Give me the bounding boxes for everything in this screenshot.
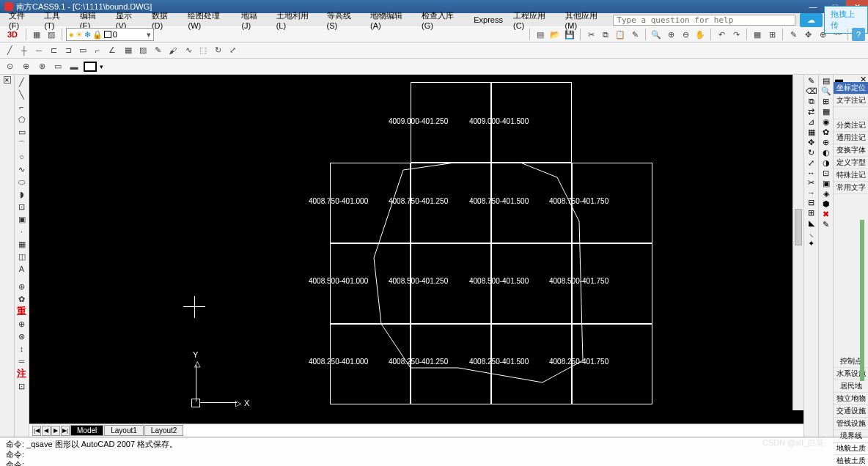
tab-layout1[interactable]: Layout1: [104, 425, 144, 436]
cut-icon[interactable]: ✂: [584, 28, 597, 41]
tab-layout2[interactable]: Layout2: [144, 425, 184, 436]
select-icon[interactable]: ⬚: [196, 44, 210, 57]
vertical-scrollbar[interactable]: [792, 75, 803, 410]
rt-join-icon[interactable]: ⊞: [808, 208, 814, 218]
tab-model[interactable]: Model: [70, 425, 103, 436]
rt2-4-icon[interactable]: ◉: [823, 117, 830, 127]
zoom-window-icon[interactable]: ⊕: [664, 28, 677, 41]
tab-nav-first[interactable]: |◀: [32, 426, 41, 436]
rt2-8-icon[interactable]: ◑: [823, 158, 830, 168]
rt-pencil-icon[interactable]: ✎: [808, 76, 814, 86]
menu-contour[interactable]: 等高线(S): [323, 10, 365, 31]
rp2-vegetation[interactable]: 植被土质: [834, 455, 868, 466]
layer-tool-1-icon[interactable]: ▦: [30, 28, 43, 41]
draw-xline-icon[interactable]: ╲: [16, 89, 28, 100]
rt2-7-icon[interactable]: ◐: [823, 148, 830, 158]
rt2-search-icon[interactable]: 🔍: [821, 86, 831, 96]
rect-icon[interactable]: ▭: [76, 44, 89, 57]
mod-2-icon[interactable]: ✿: [16, 293, 28, 305]
line-style-icon[interactable]: 〰: [831, 28, 844, 41]
draw-rect-icon[interactable]: ▭: [16, 126, 28, 138]
open-icon[interactable]: 📂: [548, 28, 562, 41]
pt2-icon[interactable]: ⊕: [19, 60, 32, 73]
polyline-icon[interactable]: ⌐: [91, 44, 104, 57]
menu-feature-edit[interactable]: 地物编辑(A): [366, 10, 416, 31]
panel-close-icon[interactable]: ✕: [860, 75, 867, 82]
match-icon[interactable]: ✎: [628, 28, 641, 41]
region-icon[interactable]: ▨: [136, 44, 150, 57]
pt1-icon[interactable]: ⊙: [3, 60, 16, 73]
tab-nav-prev[interactable]: ◀: [42, 426, 51, 436]
layer-tool-2-icon[interactable]: ▨: [45, 28, 58, 41]
scale-icon[interactable]: ⤢: [226, 44, 239, 57]
grid-icon[interactable]: ⊞: [765, 28, 779, 41]
rt-offset-icon[interactable]: ⊿: [808, 117, 814, 127]
draw-ellipse-icon[interactable]: ⬭: [16, 176, 28, 188]
pan-icon[interactable]: ✋: [694, 28, 707, 41]
brush-icon[interactable]: ✎: [151, 44, 164, 57]
rt-mirror-icon[interactable]: ⇄: [808, 107, 814, 116]
rp-class-annot[interactable]: 分类注记: [834, 119, 868, 132]
draw-point-icon[interactable]: ·: [16, 226, 28, 237]
hatch-icon[interactable]: ▦: [122, 44, 135, 57]
panel-min-icon[interactable]: ▬: [835, 75, 843, 82]
draw-line-icon[interactable]: ╱: [16, 76, 28, 88]
mod-3-icon[interactable]: ⊕: [16, 318, 28, 330]
zoom-realtime-icon[interactable]: 🔍: [650, 28, 663, 41]
rp2-pipeline[interactable]: 管线设施: [834, 418, 868, 430]
rp2-terrain[interactable]: 地貌土质: [834, 443, 868, 455]
mod-6-icon[interactable]: ═: [16, 355, 28, 367]
draw-insert-icon[interactable]: ⊡: [16, 201, 28, 212]
rotate-icon[interactable]: ↻: [211, 44, 224, 57]
rt2-11-icon[interactable]: ◈: [823, 189, 829, 199]
draw-hatch-icon[interactable]: ▦: [16, 238, 28, 250]
palette-close-icon[interactable]: ✕: [4, 76, 11, 84]
rt2-10-icon[interactable]: ▣: [823, 179, 830, 188]
rt-explode-icon[interactable]: ✦: [808, 239, 814, 248]
menu-landuse[interactable]: 土地利用(L): [272, 10, 321, 31]
rp2-boundary[interactable]: 境界线: [834, 430, 868, 443]
table-icon[interactable]: ▦: [751, 28, 764, 41]
rp-text-annot[interactable]: 文字注记: [834, 95, 868, 107]
pt3-icon[interactable]: ⊗: [35, 60, 48, 73]
save-icon[interactable]: 💾: [563, 28, 576, 41]
new-icon[interactable]: ▤: [534, 28, 547, 41]
rt-copy-icon[interactable]: ⧉: [809, 97, 814, 106]
color-swatch[interactable]: [84, 62, 97, 72]
draw-spline-icon[interactable]: ∿: [16, 163, 28, 175]
command-window[interactable]: 命令: _qsave 图形以 AutoCAD 2007 格式保存。 命令: 命令…: [0, 437, 868, 466]
rp-coord-locate[interactable]: 坐标定位: [834, 82, 868, 95]
draw-text-icon[interactable]: A: [16, 263, 28, 275]
rt-stretch-icon[interactable]: ↔: [807, 169, 815, 177]
paste-icon[interactable]: 📋: [614, 28, 627, 41]
xline-icon[interactable]: ┼: [18, 44, 31, 57]
paint-icon[interactable]: 🖌: [166, 44, 179, 57]
3d-button[interactable]: 3D: [3, 28, 22, 41]
rp-blank[interactable]: [834, 107, 868, 119]
rp2-independent[interactable]: 独立地物: [834, 393, 868, 405]
rt2-2-icon[interactable]: ⊞: [823, 97, 829, 106]
edit-icon[interactable]: ✎: [787, 28, 800, 41]
bracket2-icon[interactable]: ⊐: [62, 44, 75, 57]
undo-icon[interactable]: ↶: [715, 28, 728, 41]
mod-red1-icon[interactable]: 重: [16, 306, 28, 317]
spline-icon[interactable]: ∿: [182, 44, 195, 57]
rt-extend-icon[interactable]: →: [807, 188, 815, 197]
draw-block-icon[interactable]: ▣: [16, 213, 28, 225]
redo-icon[interactable]: ↷: [729, 28, 743, 41]
tab-nav-next[interactable]: ▶: [51, 426, 60, 436]
rt-array-icon[interactable]: ▦: [808, 127, 815, 137]
rt2-close-icon[interactable]: ✖: [823, 210, 829, 219]
draw-pline-icon[interactable]: ⌐: [16, 101, 28, 113]
draw-arc-icon[interactable]: ⌒: [16, 138, 28, 150]
rt-move-icon[interactable]: ✥: [808, 138, 814, 147]
rp-define-style[interactable]: 定义字型: [834, 157, 868, 169]
rt-scale-icon[interactable]: ⤢: [808, 158, 814, 168]
rt2-1-icon[interactable]: ▤: [823, 76, 830, 86]
draw-region-icon[interactable]: ◫: [16, 251, 28, 262]
pt4-icon[interactable]: ▭: [51, 60, 65, 73]
rt-chamfer-icon[interactable]: ◣: [809, 218, 814, 228]
angle-icon[interactable]: ∠: [106, 44, 119, 57]
minimize-button[interactable]: —: [802, 0, 824, 13]
mod-4-icon[interactable]: ⊗: [16, 330, 28, 342]
